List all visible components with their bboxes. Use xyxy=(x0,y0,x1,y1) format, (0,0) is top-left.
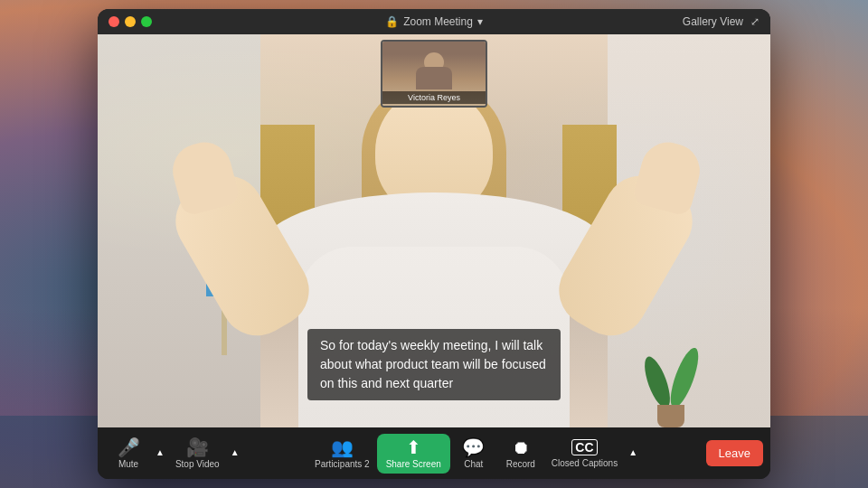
mute-group: 🎤 Mute ▲ xyxy=(105,434,168,474)
record-icon: ⏺ xyxy=(512,438,530,456)
mute-caret[interactable]: ▲ xyxy=(152,443,168,465)
window-title-area: 🔒 Zoom Meeting ▾ xyxy=(385,15,483,28)
video-group: 🎥 Stop Video ▲ xyxy=(168,434,243,474)
chat-icon: 💬 xyxy=(462,438,485,456)
close-button[interactable] xyxy=(108,16,119,27)
main-video-area: Victoria Reyes So for today's weekly mee… xyxy=(98,34,770,427)
mute-icon: 🎤 xyxy=(118,438,140,456)
mute-caret-icon: ▲ xyxy=(156,447,165,457)
cc-caret-icon: ▲ xyxy=(628,447,637,457)
cc-icon: CC xyxy=(571,439,597,455)
share-screen-button[interactable]: ⬆ Share Screen xyxy=(377,434,450,474)
dropdown-caret-icon: ▾ xyxy=(477,15,483,28)
thumb-body xyxy=(416,67,452,89)
stop-video-label: Stop Video xyxy=(175,459,220,469)
gallery-view-label[interactable]: Gallery View xyxy=(683,15,743,28)
window-title: Zoom Meeting xyxy=(403,15,473,28)
plant-leaf-2 xyxy=(665,345,704,411)
captions-box: So for today's weekly meeting, I will ta… xyxy=(307,329,561,400)
leave-button[interactable]: Leave xyxy=(706,440,763,466)
cc-group: CC Closed Captions ▲ xyxy=(544,434,641,474)
toolbar-center-group: 👥 Participants 2 ⬆ Share Screen 💬 Chat ⏺… xyxy=(243,434,706,474)
self-view-thumbnail: Victoria Reyes xyxy=(381,40,487,108)
caption-text: So for today's weekly meeting, I will ta… xyxy=(320,338,546,390)
participants-icon: 👥 xyxy=(331,438,354,456)
chat-button[interactable]: 💬 Chat xyxy=(450,434,497,474)
share-screen-label: Share Screen xyxy=(386,459,441,469)
cc-label: Closed Captions xyxy=(552,458,618,468)
background-plant xyxy=(644,319,698,427)
record-label: Record xyxy=(506,459,535,469)
toolbar: 🎤 Mute ▲ 🎥 Stop Video ▲ xyxy=(98,427,770,479)
title-bar: 🔒 Zoom Meeting ▾ Gallery View ⤢ xyxy=(98,9,770,34)
thumbnail-participant-name: Victoria Reyes xyxy=(382,91,486,104)
video-caret-icon: ▲ xyxy=(231,447,240,457)
desktop: 🔒 Zoom Meeting ▾ Gallery View ⤢ xyxy=(0,0,868,488)
cc-caret[interactable]: ▲ xyxy=(625,443,641,465)
zoom-window: 🔒 Zoom Meeting ▾ Gallery View ⤢ xyxy=(98,9,770,479)
closed-captions-button[interactable]: CC Closed Captions xyxy=(544,435,625,473)
participants-label: Participants 2 xyxy=(315,459,370,469)
record-button[interactable]: ⏺ Record xyxy=(497,434,544,474)
stop-video-button[interactable]: 🎥 Stop Video xyxy=(168,434,227,474)
participants-button[interactable]: 👥 Participants 2 xyxy=(307,434,377,474)
traffic-lights xyxy=(108,16,152,27)
video-icon: 🎥 xyxy=(186,438,209,456)
maximize-button[interactable] xyxy=(141,16,152,27)
share-icon: ⬆ xyxy=(406,438,421,456)
minimize-button[interactable] xyxy=(125,16,136,27)
mute-button[interactable]: 🎤 Mute xyxy=(105,434,152,474)
toolbar-left-group: 🎤 Mute ▲ 🎥 Stop Video ▲ xyxy=(105,434,243,474)
title-right-controls: Gallery View ⤢ xyxy=(683,15,760,28)
toolbar-right-group: Leave xyxy=(706,440,763,466)
plant-pot xyxy=(657,405,684,427)
mute-label: Mute xyxy=(118,459,138,469)
expand-icon[interactable]: ⤢ xyxy=(750,15,760,28)
chat-label: Chat xyxy=(464,459,483,469)
video-caret[interactable]: ▲ xyxy=(227,443,243,465)
lock-icon: 🔒 xyxy=(385,15,399,28)
